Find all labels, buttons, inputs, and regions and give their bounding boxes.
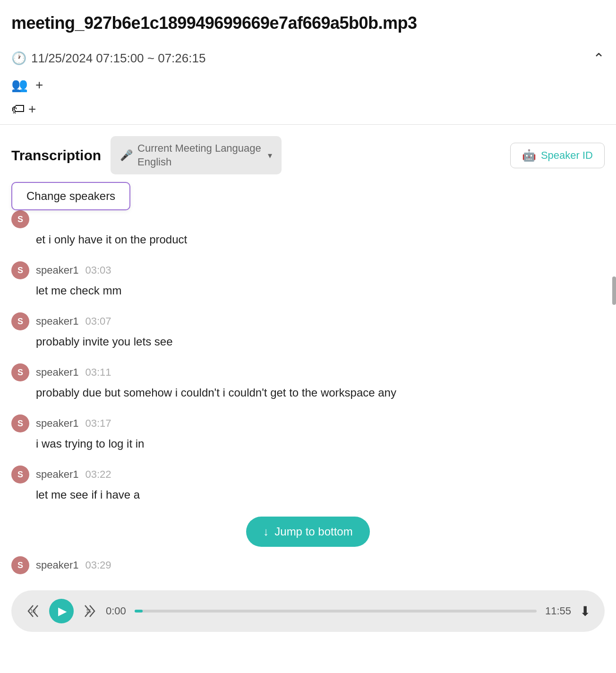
message-header: S speaker1 03:11 [11, 363, 605, 381]
mic-icon: 🎤 [120, 149, 133, 162]
transcription-header: Transcription 🎤 Current Meeting Language… [0, 125, 616, 182]
language-selector[interactable]: 🎤 Current Meeting Language English ▾ [111, 136, 282, 174]
total-time: 11:55 [545, 605, 571, 617]
progress-fill [135, 610, 143, 613]
download-button[interactable]: ⬇ [580, 604, 590, 619]
dropdown-arrow-icon: ▾ [268, 150, 272, 161]
speaker-name: speaker1 [36, 417, 79, 430]
collapse-button[interactable]: ⌃ [593, 50, 605, 67]
message-item: S speaker1 03:07 probably invite you let… [11, 312, 605, 350]
message-text: i was trying to log it in [11, 435, 605, 452]
message-item: S speaker1 03:03 let me check mm [11, 261, 605, 299]
message-time: 03:03 [86, 264, 111, 276]
speaker-name: speaker1 [36, 315, 79, 328]
jump-to-bottom-button[interactable]: ↓ Jump to bottom [246, 517, 369, 547]
svg-text:15: 15 [86, 609, 92, 614]
avatar: S [11, 363, 29, 381]
avatar: S [11, 414, 29, 432]
speaker-id-icon: 🤖 [522, 149, 536, 162]
message-item: S speaker1 03:17 i was trying to log it … [11, 414, 605, 452]
tags-row: 🏷 + [0, 97, 616, 124]
people-icon: 👥 [11, 77, 28, 93]
speaker-id-button[interactable]: 🤖 Speaker ID [510, 143, 605, 168]
avatar: S [11, 261, 29, 279]
message-time: 03:22 [86, 468, 111, 481]
message-item: S speaker1 03:11 probably due but someho… [11, 363, 605, 401]
message-text: et i only have it on the product [11, 231, 605, 248]
change-speakers-popup[interactable]: Change speakers [11, 182, 130, 210]
speaker-name: speaker1 [36, 366, 79, 379]
message-time: 03:29 [86, 559, 111, 571]
add-tag-button[interactable]: + [28, 102, 36, 117]
message-time: 03:17 [86, 417, 111, 430]
play-button[interactable]: ▶ [49, 599, 74, 623]
forward-button[interactable]: 15 [82, 604, 97, 619]
audio-player: 10 ▶ 15 0:00 11:55 ⬇ [11, 590, 605, 632]
add-people-button[interactable]: + [35, 78, 43, 93]
meta-row: 🕐 11/25/2024 07:15:00 ~ 07:26:15 ⌃ [0, 41, 616, 72]
message-header: S [11, 210, 605, 228]
message-text: probably due but somehow i couldn't i co… [11, 384, 605, 401]
message-text: let me check mm [11, 282, 605, 299]
avatar: S [11, 466, 29, 483]
avatar: S [11, 556, 29, 574]
rewind-button[interactable]: 10 [26, 604, 41, 619]
message-header: S speaker1 03:07 [11, 312, 605, 330]
svg-text:10: 10 [30, 609, 36, 614]
speaker-name: speaker1 [36, 264, 79, 276]
play-icon: ▶ [58, 604, 67, 618]
jump-to-bottom-label: Jump to bottom [274, 525, 352, 538]
meeting-title: meeting_927b6e1c189949699669e7af669a5b0b… [11, 13, 605, 33]
message-header: S speaker1 03:22 [11, 466, 605, 483]
progress-bar[interactable] [135, 610, 537, 613]
message-header: S speaker1 03:17 [11, 414, 605, 432]
avatar: S [11, 312, 29, 330]
message-item: S speaker1 03:22 let me see if i have a [11, 466, 605, 503]
avatar: S [11, 210, 29, 228]
message-header: S speaker1 03:29 [11, 556, 605, 574]
clock-icon: 🕐 [11, 51, 26, 66]
tag-icon: 🏷 [11, 101, 25, 117]
transcription-title: Transcription [11, 147, 101, 164]
transcript-area: Change speakers S et i only have it on t… [0, 182, 616, 577]
message-header: S speaker1 03:03 [11, 261, 605, 279]
change-speakers-label: Change speakers [26, 190, 115, 202]
arrow-down-icon: ↓ [263, 525, 269, 538]
scrollbar[interactable] [612, 276, 616, 305]
language-text: Current Meeting Language English [137, 142, 261, 169]
message-text: let me see if i have a [11, 486, 605, 503]
speaker-name: speaker1 [36, 559, 79, 571]
time-range: 11/25/2024 07:15:00 ~ 07:26:15 [31, 51, 205, 66]
speaker-id-label: Speaker ID [541, 149, 593, 162]
message-item: S speaker1 03:29 [11, 556, 605, 577]
message-time: 03:07 [86, 315, 111, 328]
message-text: probably invite you lets see [11, 333, 605, 350]
people-row: 👥 + [0, 72, 616, 97]
message-time: 03:11 [86, 366, 111, 379]
page-header: meeting_927b6e1c189949699669e7af669a5b0b… [0, 0, 616, 41]
jump-to-bottom-container: ↓ Jump to bottom [11, 517, 605, 547]
time-info: 🕐 11/25/2024 07:15:00 ~ 07:26:15 [11, 51, 205, 66]
current-time: 0:00 [106, 605, 126, 617]
speaker-name: speaker1 [36, 468, 79, 481]
